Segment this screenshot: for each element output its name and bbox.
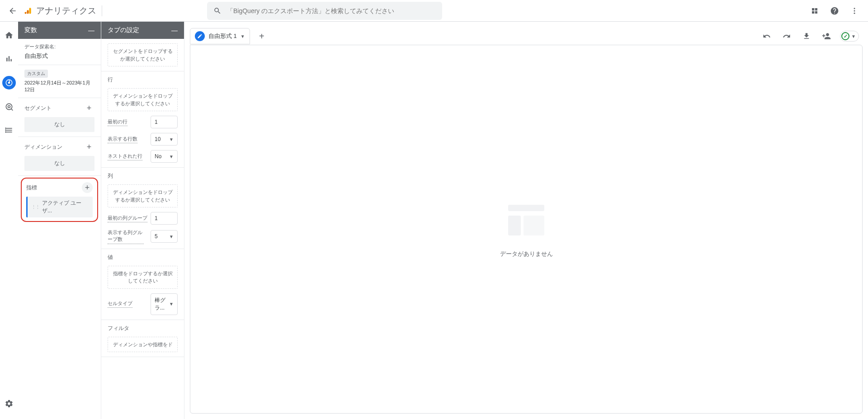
svg-rect-19 [5,132,6,133]
nested-rows-label: ネストされた行 [108,153,142,160]
svg-rect-3 [812,8,814,10]
svg-rect-5 [812,11,814,13]
cell-type-value: 棒グラ... [155,297,169,312]
back-button[interactable] [4,2,22,20]
settings-panel: タブの設定 — セグメントをドロップするか選択してください 行 ディメンションを… [101,22,184,419]
svg-point-12 [6,104,12,109]
add-tab-button[interactable]: + [254,28,270,44]
svg-point-2 [25,12,27,14]
search-box[interactable] [207,2,442,20]
columns-title: 列 [108,172,178,180]
metric-chip-label: アクティブ ユーザ... [42,199,89,215]
left-rail [0,22,18,419]
segment-drop-zone[interactable]: セグメントをドロップするか選択してください [108,43,178,66]
svg-point-9 [854,12,855,14]
redo-button[interactable] [780,30,793,42]
svg-point-8 [854,10,855,11]
svg-rect-18 [5,129,6,131]
svg-rect-16 [6,132,12,132]
add-segment-button[interactable]: + [84,103,94,113]
columns-drop-zone[interactable]: ディメンションをドロップするか選択してください [108,184,178,207]
svg-rect-14 [6,128,12,129]
first-col-input[interactable]: 1 [151,212,178,225]
values-title: 値 [108,254,178,261]
check-icon: ✓ [841,32,849,40]
settings-header: タブの設定 — [101,22,184,39]
add-metric-button[interactable]: + [82,182,93,193]
ga-logo-icon [24,6,33,15]
rail-explore[interactable] [2,76,16,89]
help-icon[interactable] [828,5,841,17]
metrics-title: 指標 [26,184,37,192]
rows-title: 行 [108,76,178,84]
segment-drop-section: セグメントをドロップするか選択してください [101,39,184,71]
exploration-name-value[interactable]: 自由形式 [24,52,94,60]
metric-chip-active-users[interactable]: ⋮⋮ アクティブ ユーザ... [26,197,93,217]
app-logo: アナリティクス [24,5,96,17]
top-header: アナリティクス [0,0,868,22]
variables-panel: 変数 — データ探索名: 自由形式 カスタム 2022年12月14日～2023年… [18,22,101,419]
share-button[interactable] [820,30,833,42]
variables-title: 変数 [24,26,37,34]
variables-header: 変数 — [18,22,101,39]
segments-none: なし [24,117,94,132]
nested-rows-select[interactable]: No ▼ [151,150,178,163]
values-section: 値 指標をドロップするか選択してください セルタイプ 棒グラ... ▼ [101,249,184,320]
search-input[interactable] [227,7,436,14]
main-layout: 変数 — データ探索名: 自由形式 カスタム 2022年12月14日～2023年… [0,22,868,419]
show-rows-label: 表示する行数 [108,136,137,143]
edit-icon [195,31,205,41]
collapse-settings-icon[interactable]: — [171,27,178,34]
date-range-value: 2022年12月14日～2023年1月12日 [24,80,94,93]
exploration-name-section: データ探索名: 自由形式 [18,39,101,65]
first-row-input[interactable]: 1 [151,116,178,128]
rows-section: 行 ディメンションをドロップするか選択してください 最初の行 1 表示する行数 … [101,71,184,168]
apps-icon[interactable] [808,5,821,17]
svg-rect-1 [27,10,29,14]
svg-point-13 [8,106,10,108]
columns-section: 列 ディメンションをドロップするか選択してください 最初の列グループ 1 表示す… [101,168,184,249]
canvas-toolbar: ✓ ▼ [760,30,863,42]
chevron-down-icon: ▼ [169,154,174,159]
svg-rect-15 [6,130,12,131]
show-rows-value: 10 [155,136,160,142]
undo-button[interactable] [760,30,773,42]
date-badge: カスタム [24,70,48,78]
empty-state-text: データがありません [500,250,553,258]
more-icon[interactable] [848,5,861,17]
metrics-section: 指標 + ⋮⋮ アクティブ ユーザ... [21,178,98,222]
rail-admin[interactable] [3,397,15,410]
tab-bar: 自由形式 1 ▼ + ✓ ▼ [190,27,863,45]
header-actions [808,5,864,17]
dimensions-title: ディメンション [24,143,62,151]
add-dimension-button[interactable]: + [84,141,94,152]
show-rows-select[interactable]: 10 ▼ [151,133,178,146]
rail-configure[interactable] [3,124,15,137]
date-range-section[interactable]: カスタム 2022年12月14日～2023年1月12日 [18,65,101,98]
segments-title: セグメント [24,104,52,112]
download-button[interactable] [800,30,813,42]
chevron-down-icon[interactable]: ▼ [241,34,245,39]
rail-home[interactable] [3,29,15,42]
rail-advertising[interactable] [3,100,15,113]
filters-drop-zone[interactable]: ディメンションや指標をド [108,337,178,353]
nested-rows-value: No [155,153,161,160]
tab-freeform-1[interactable]: 自由形式 1 ▼ [190,28,250,44]
canvas-content: データがありません [190,45,863,414]
rail-reports[interactable] [3,52,15,65]
chevron-down-icon: ▼ [169,301,174,306]
settings-title: タブの設定 [108,26,139,34]
values-drop-zone[interactable]: 指標をドロップするか選択してください [108,266,178,289]
app-title: アナリティクス [36,5,96,17]
show-cols-select[interactable]: 5 ▼ [151,230,178,243]
svg-rect-4 [815,8,817,10]
svg-rect-17 [5,127,6,129]
dimensions-section: ディメンション + なし [18,137,101,176]
status-indicator[interactable]: ✓ ▼ [840,31,859,42]
tab-label: 自由形式 1 [208,32,237,40]
rows-drop-zone[interactable]: ディメンションをドロップするか選択してください [108,88,178,111]
collapse-variables-icon[interactable]: — [88,27,94,34]
cell-type-select[interactable]: 棒グラ... ▼ [151,293,178,315]
show-cols-value: 5 [155,233,158,240]
first-col-label: 最初の列グループ [108,215,147,222]
